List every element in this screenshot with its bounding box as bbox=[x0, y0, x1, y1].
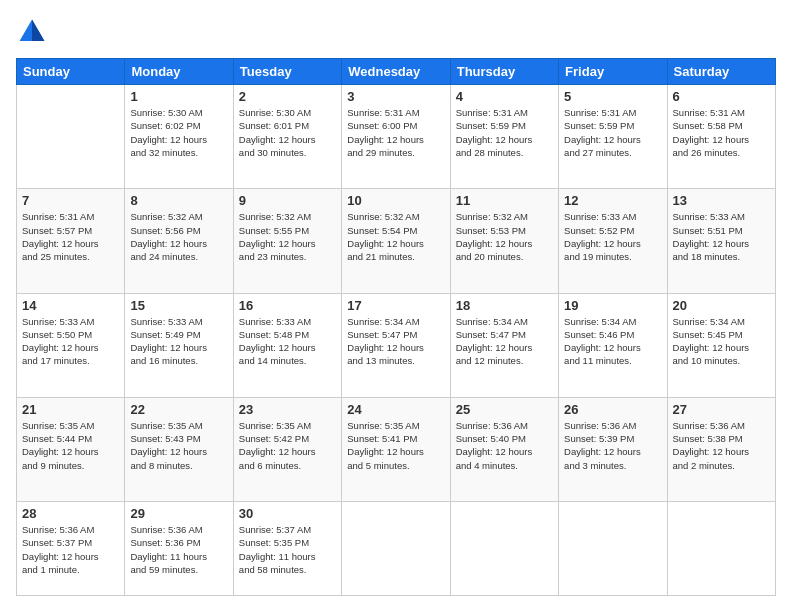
day-number: 29 bbox=[130, 506, 227, 521]
day-number: 24 bbox=[347, 402, 444, 417]
calendar-cell: 23Sunrise: 5:35 AMSunset: 5:42 PMDayligh… bbox=[233, 397, 341, 501]
day-info: Sunrise: 5:33 AMSunset: 5:48 PMDaylight:… bbox=[239, 315, 336, 368]
day-number: 8 bbox=[130, 193, 227, 208]
week-row-0: 1Sunrise: 5:30 AMSunset: 6:02 PMDaylight… bbox=[17, 85, 776, 189]
calendar-cell: 22Sunrise: 5:35 AMSunset: 5:43 PMDayligh… bbox=[125, 397, 233, 501]
weekday-header-saturday: Saturday bbox=[667, 59, 775, 85]
weekday-header-row: SundayMondayTuesdayWednesdayThursdayFrid… bbox=[17, 59, 776, 85]
day-info: Sunrise: 5:32 AMSunset: 5:53 PMDaylight:… bbox=[456, 210, 553, 263]
calendar-cell: 15Sunrise: 5:33 AMSunset: 5:49 PMDayligh… bbox=[125, 293, 233, 397]
day-number: 4 bbox=[456, 89, 553, 104]
calendar-cell: 2Sunrise: 5:30 AMSunset: 6:01 PMDaylight… bbox=[233, 85, 341, 189]
day-info: Sunrise: 5:36 AMSunset: 5:40 PMDaylight:… bbox=[456, 419, 553, 472]
day-number: 20 bbox=[673, 298, 770, 313]
day-info: Sunrise: 5:35 AMSunset: 5:41 PMDaylight:… bbox=[347, 419, 444, 472]
calendar-cell bbox=[342, 502, 450, 596]
day-number: 5 bbox=[564, 89, 661, 104]
day-info: Sunrise: 5:30 AMSunset: 6:01 PMDaylight:… bbox=[239, 106, 336, 159]
day-info: Sunrise: 5:35 AMSunset: 5:44 PMDaylight:… bbox=[22, 419, 119, 472]
day-number: 27 bbox=[673, 402, 770, 417]
day-info: Sunrise: 5:34 AMSunset: 5:47 PMDaylight:… bbox=[347, 315, 444, 368]
day-number: 28 bbox=[22, 506, 119, 521]
calendar-cell: 20Sunrise: 5:34 AMSunset: 5:45 PMDayligh… bbox=[667, 293, 775, 397]
week-row-1: 7Sunrise: 5:31 AMSunset: 5:57 PMDaylight… bbox=[17, 189, 776, 293]
day-number: 21 bbox=[22, 402, 119, 417]
day-number: 2 bbox=[239, 89, 336, 104]
day-info: Sunrise: 5:36 AMSunset: 5:38 PMDaylight:… bbox=[673, 419, 770, 472]
day-number: 12 bbox=[564, 193, 661, 208]
day-number: 22 bbox=[130, 402, 227, 417]
calendar-cell: 18Sunrise: 5:34 AMSunset: 5:47 PMDayligh… bbox=[450, 293, 558, 397]
calendar-cell: 30Sunrise: 5:37 AMSunset: 5:35 PMDayligh… bbox=[233, 502, 341, 596]
calendar-cell bbox=[17, 85, 125, 189]
calendar-cell: 3Sunrise: 5:31 AMSunset: 6:00 PMDaylight… bbox=[342, 85, 450, 189]
day-number: 15 bbox=[130, 298, 227, 313]
calendar-cell bbox=[450, 502, 558, 596]
day-info: Sunrise: 5:34 AMSunset: 5:47 PMDaylight:… bbox=[456, 315, 553, 368]
day-info: Sunrise: 5:36 AMSunset: 5:39 PMDaylight:… bbox=[564, 419, 661, 472]
day-info: Sunrise: 5:35 AMSunset: 5:43 PMDaylight:… bbox=[130, 419, 227, 472]
calendar-cell bbox=[559, 502, 667, 596]
svg-marker-1 bbox=[32, 20, 44, 41]
day-info: Sunrise: 5:36 AMSunset: 5:37 PMDaylight:… bbox=[22, 523, 119, 576]
day-info: Sunrise: 5:34 AMSunset: 5:46 PMDaylight:… bbox=[564, 315, 661, 368]
weekday-header-sunday: Sunday bbox=[17, 59, 125, 85]
calendar-cell: 14Sunrise: 5:33 AMSunset: 5:50 PMDayligh… bbox=[17, 293, 125, 397]
day-number: 18 bbox=[456, 298, 553, 313]
calendar-cell: 6Sunrise: 5:31 AMSunset: 5:58 PMDaylight… bbox=[667, 85, 775, 189]
day-info: Sunrise: 5:34 AMSunset: 5:45 PMDaylight:… bbox=[673, 315, 770, 368]
page: SundayMondayTuesdayWednesdayThursdayFrid… bbox=[0, 0, 792, 612]
day-number: 11 bbox=[456, 193, 553, 208]
day-info: Sunrise: 5:33 AMSunset: 5:52 PMDaylight:… bbox=[564, 210, 661, 263]
weekday-header-tuesday: Tuesday bbox=[233, 59, 341, 85]
day-info: Sunrise: 5:36 AMSunset: 5:36 PMDaylight:… bbox=[130, 523, 227, 576]
day-info: Sunrise: 5:31 AMSunset: 5:57 PMDaylight:… bbox=[22, 210, 119, 263]
day-number: 23 bbox=[239, 402, 336, 417]
calendar-cell: 9Sunrise: 5:32 AMSunset: 5:55 PMDaylight… bbox=[233, 189, 341, 293]
day-info: Sunrise: 5:30 AMSunset: 6:02 PMDaylight:… bbox=[130, 106, 227, 159]
calendar-cell: 25Sunrise: 5:36 AMSunset: 5:40 PMDayligh… bbox=[450, 397, 558, 501]
calendar-cell: 13Sunrise: 5:33 AMSunset: 5:51 PMDayligh… bbox=[667, 189, 775, 293]
calendar: SundayMondayTuesdayWednesdayThursdayFrid… bbox=[16, 58, 776, 596]
calendar-cell: 5Sunrise: 5:31 AMSunset: 5:59 PMDaylight… bbox=[559, 85, 667, 189]
calendar-cell: 21Sunrise: 5:35 AMSunset: 5:44 PMDayligh… bbox=[17, 397, 125, 501]
week-row-3: 21Sunrise: 5:35 AMSunset: 5:44 PMDayligh… bbox=[17, 397, 776, 501]
calendar-cell: 10Sunrise: 5:32 AMSunset: 5:54 PMDayligh… bbox=[342, 189, 450, 293]
calendar-cell: 16Sunrise: 5:33 AMSunset: 5:48 PMDayligh… bbox=[233, 293, 341, 397]
day-number: 9 bbox=[239, 193, 336, 208]
calendar-cell: 12Sunrise: 5:33 AMSunset: 5:52 PMDayligh… bbox=[559, 189, 667, 293]
day-info: Sunrise: 5:32 AMSunset: 5:55 PMDaylight:… bbox=[239, 210, 336, 263]
calendar-cell: 27Sunrise: 5:36 AMSunset: 5:38 PMDayligh… bbox=[667, 397, 775, 501]
calendar-cell: 4Sunrise: 5:31 AMSunset: 5:59 PMDaylight… bbox=[450, 85, 558, 189]
calendar-cell: 1Sunrise: 5:30 AMSunset: 6:02 PMDaylight… bbox=[125, 85, 233, 189]
weekday-header-thursday: Thursday bbox=[450, 59, 558, 85]
calendar-cell: 17Sunrise: 5:34 AMSunset: 5:47 PMDayligh… bbox=[342, 293, 450, 397]
day-info: Sunrise: 5:33 AMSunset: 5:50 PMDaylight:… bbox=[22, 315, 119, 368]
calendar-cell: 28Sunrise: 5:36 AMSunset: 5:37 PMDayligh… bbox=[17, 502, 125, 596]
day-info: Sunrise: 5:35 AMSunset: 5:42 PMDaylight:… bbox=[239, 419, 336, 472]
day-number: 17 bbox=[347, 298, 444, 313]
day-number: 19 bbox=[564, 298, 661, 313]
logo bbox=[16, 16, 52, 48]
day-number: 30 bbox=[239, 506, 336, 521]
day-info: Sunrise: 5:32 AMSunset: 5:54 PMDaylight:… bbox=[347, 210, 444, 263]
day-info: Sunrise: 5:31 AMSunset: 5:58 PMDaylight:… bbox=[673, 106, 770, 159]
weekday-header-monday: Monday bbox=[125, 59, 233, 85]
calendar-cell: 11Sunrise: 5:32 AMSunset: 5:53 PMDayligh… bbox=[450, 189, 558, 293]
day-info: Sunrise: 5:33 AMSunset: 5:51 PMDaylight:… bbox=[673, 210, 770, 263]
day-number: 26 bbox=[564, 402, 661, 417]
week-row-4: 28Sunrise: 5:36 AMSunset: 5:37 PMDayligh… bbox=[17, 502, 776, 596]
day-number: 16 bbox=[239, 298, 336, 313]
weekday-header-wednesday: Wednesday bbox=[342, 59, 450, 85]
day-number: 13 bbox=[673, 193, 770, 208]
day-number: 6 bbox=[673, 89, 770, 104]
calendar-cell: 26Sunrise: 5:36 AMSunset: 5:39 PMDayligh… bbox=[559, 397, 667, 501]
day-info: Sunrise: 5:31 AMSunset: 6:00 PMDaylight:… bbox=[347, 106, 444, 159]
header bbox=[16, 16, 776, 48]
calendar-cell: 8Sunrise: 5:32 AMSunset: 5:56 PMDaylight… bbox=[125, 189, 233, 293]
day-number: 7 bbox=[22, 193, 119, 208]
calendar-cell: 19Sunrise: 5:34 AMSunset: 5:46 PMDayligh… bbox=[559, 293, 667, 397]
day-info: Sunrise: 5:32 AMSunset: 5:56 PMDaylight:… bbox=[130, 210, 227, 263]
day-info: Sunrise: 5:33 AMSunset: 5:49 PMDaylight:… bbox=[130, 315, 227, 368]
calendar-cell: 24Sunrise: 5:35 AMSunset: 5:41 PMDayligh… bbox=[342, 397, 450, 501]
